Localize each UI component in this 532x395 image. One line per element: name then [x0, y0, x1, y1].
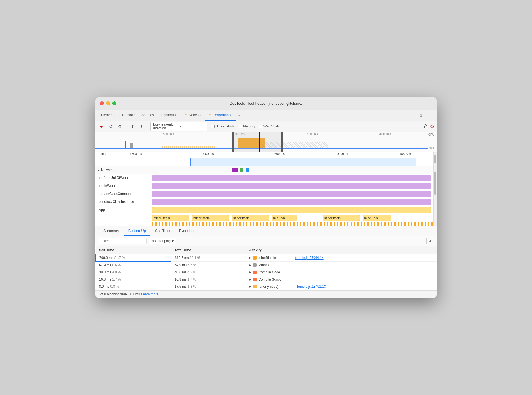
self-time-cell: 16.8 ms 1.7 %: [96, 276, 171, 283]
flame-bars-beginwork: [152, 182, 437, 190]
tab-elements[interactable]: Elements: [98, 110, 119, 121]
th-activity: Activity: [246, 246, 437, 254]
zoomed-timeline[interactable]: 0 ms 9800 ms 10000 ms 10200 ms 10400 ms …: [95, 152, 437, 166]
vertical-scrollbar-thumb[interactable]: [434, 172, 436, 195]
tab-lighthouse[interactable]: Lighthouse: [157, 110, 181, 121]
table-row[interactable]: 16.8 ms 1.7 %16.8 ms 1.7 % ▶ Compile Scr…: [96, 276, 437, 283]
activity-expand-icon[interactable]: ▶: [249, 285, 251, 288]
tab-sources[interactable]: Sources: [138, 110, 157, 121]
grouping-dropdown[interactable]: No Grouping ▾: [149, 238, 176, 244]
flame-bar-updateclasscomponent: [152, 191, 431, 197]
activity-color-square: [253, 278, 257, 281]
filter-input[interactable]: [99, 238, 147, 244]
web-vitals-checkbox-label[interactable]: Web Vitals: [259, 124, 280, 128]
timeline-selection[interactable]: [232, 132, 283, 152]
file-link[interactable]: bundle.js:35964:14: [295, 256, 323, 260]
zoom-tick-10600ms: 10600 ms: [399, 152, 413, 155]
memory-checkbox-label[interactable]: Memory: [238, 124, 255, 128]
close-button[interactable]: [100, 101, 104, 105]
vertical-scrollbar[interactable]: [433, 166, 437, 226]
activity-name: mineBitcoin: [258, 256, 276, 260]
network-row[interactable]: ▶ Network: [95, 166, 437, 174]
selection-right-handle[interactable]: [281, 132, 283, 152]
beginwork-text: beginWork: [99, 184, 115, 188]
tab-more[interactable]: »: [236, 112, 242, 119]
total-time-cell: 40.6 ms 4.2 %: [171, 269, 246, 276]
horizontal-scrollbar[interactable]: [433, 152, 437, 166]
record-button[interactable]: ●: [98, 122, 106, 130]
tab-call-tree[interactable]: Call Tree: [150, 226, 174, 236]
activity-cell: ▶ mineBitcoin bundle.js:35964:14: [246, 254, 437, 262]
screenshots-checkbox-label[interactable]: Screenshots: [211, 124, 235, 128]
performance-toolbar: ● ↺ ⊘ ⬆ ⬇ foul-heavenly-direction.... ▾ …: [95, 121, 437, 132]
settings-icon[interactable]: ⚙: [417, 111, 425, 120]
tab-event-log[interactable]: Event Log: [174, 226, 200, 236]
activity-expand-icon[interactable]: ▶: [249, 278, 251, 281]
data-table-container: Self Time Total Time Activity 798.9 ms 8…: [95, 246, 437, 290]
self-time-cell: 39.3 ms 4.0 %: [96, 269, 171, 276]
table-row[interactable]: 64.9 ms 6.6 %64.9 ms 6.6 % ▶ Minor GC: [96, 262, 437, 269]
flame-row-updateclasscomponent: updateClassComponent: [95, 190, 437, 198]
activity-expand-icon[interactable]: ▶: [249, 271, 251, 274]
expand-panel-button[interactable]: ◀: [426, 238, 433, 244]
constructclassinstance-text: constructClassInstance: [99, 200, 134, 204]
summary-label: Summary: [103, 229, 119, 233]
upload-button[interactable]: ⬆: [129, 122, 137, 130]
timeline-area[interactable]: 5000 ms 10000 ms 15000 ms 20000 ms CPU N…: [95, 132, 437, 166]
table-body: 798.9 ms 81.7 %860.7 ms 88.1 % ▶ mineBit…: [96, 254, 437, 290]
zoom-tick-10200ms: 10200 ms: [271, 152, 284, 155]
screenshots-checkbox[interactable]: [211, 125, 215, 128]
grouping-chevron-icon: ▾: [172, 239, 174, 243]
activity-expand-icon[interactable]: ▶: [249, 264, 251, 267]
activity-cell: ▶ (anonymous) bundle.js:13491:13: [246, 283, 437, 290]
tab-bottom-up[interactable]: Bottom-Up: [124, 226, 150, 236]
window-title: DevTools - foul-heavenly-direction.glitc…: [230, 101, 302, 106]
self-time-cell: 64.9 ms 6.6 %: [96, 262, 171, 269]
memory-checkbox[interactable]: [238, 125, 242, 128]
file-link[interactable]: bundle.js:13491:13: [297, 285, 326, 289]
status-text: Total blocking time: 0.00ms: [99, 292, 140, 296]
timeline-overview[interactable]: 5000 ms 10000 ms 15000 ms 20000 ms CPU N…: [95, 132, 437, 152]
tick-15000: 15000 ms: [306, 133, 318, 136]
activity-name: Minor GC: [258, 263, 273, 267]
table-row[interactable]: 8.0 ms 0.8 %17.5 ms 1.8 % ▶ (anonymous) …: [96, 283, 437, 290]
more-options-icon[interactable]: ⋮: [425, 111, 434, 120]
total-time-value: 860.7 ms: [175, 256, 189, 260]
net-bar-1: [232, 168, 238, 172]
mini-bars: [152, 222, 433, 226]
performance-settings-icon[interactable]: ⚙: [430, 123, 434, 129]
mini-bar-row: [95, 222, 437, 226]
download-button[interactable]: ⬇: [138, 122, 146, 130]
maximize-button[interactable]: [112, 101, 116, 105]
tab-console[interactable]: Console: [119, 110, 138, 121]
total-time-cell: 64.9 ms 6.6 %: [171, 262, 246, 269]
activity-cell: ▶ Compile Script: [246, 276, 437, 283]
zoom-selection: [190, 158, 416, 166]
zoom-tick-9800ms: 9800 ms: [130, 152, 142, 155]
console-label: Console: [122, 113, 135, 117]
table-row[interactable]: 798.9 ms 81.7 %860.7 ms 88.1 % ▶ mineBit…: [96, 254, 437, 262]
web-vitals-checkbox[interactable]: [259, 125, 262, 128]
url-dropdown[interactable]: foul-heavenly-direction.... ▾: [150, 122, 207, 131]
minimize-button[interactable]: [106, 101, 110, 105]
clear-button[interactable]: ⊘: [116, 122, 124, 130]
trash-icon[interactable]: 🗑: [423, 124, 428, 129]
zoom-tick-10400ms: 10400 ms: [335, 152, 349, 155]
scrollbar-thumb[interactable]: [434, 155, 436, 163]
activity-expand-icon[interactable]: ▶: [249, 256, 251, 259]
data-table: Self Time Total Time Activity 798.9 ms 8…: [95, 246, 437, 290]
selection-left-handle[interactable]: [232, 132, 234, 152]
learn-more-link[interactable]: Learn more: [141, 292, 158, 296]
reload-record-button[interactable]: ↺: [107, 122, 115, 130]
table-row[interactable]: 39.3 ms 4.0 %40.6 ms 4.2 % ▶ Compile Cod…: [96, 269, 437, 276]
tab-performance[interactable]: ⚠ Performance: [205, 110, 236, 121]
tab-network[interactable]: ⚠ Network: [181, 110, 205, 121]
zoom-playhead: [241, 152, 241, 166]
th-self-time: Self Time: [96, 246, 171, 254]
total-time-pct: 4.2 %: [187, 270, 196, 274]
screenshots-label: Screenshots: [216, 124, 235, 128]
tab-summary[interactable]: Summary: [99, 226, 124, 236]
flame-bar-app: [152, 207, 431, 213]
zoom-tick-10000ms: 10000 ms: [200, 152, 214, 155]
flame-row-performunitofwork: performUnitOfWork: [95, 174, 437, 182]
